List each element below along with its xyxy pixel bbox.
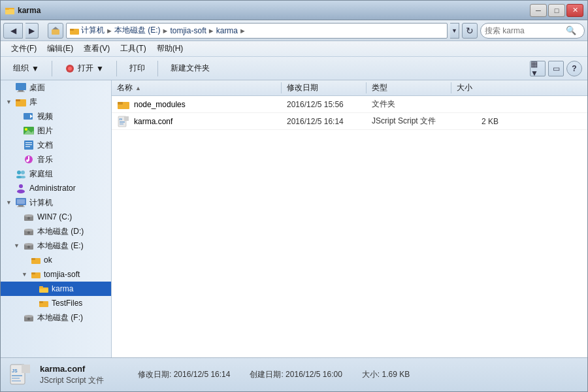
preview-pane-button[interactable]: ▭	[548, 61, 564, 76]
svg-point-55	[24, 315, 33, 318]
svg-rect-53	[39, 301, 43, 303]
sidebar-item-administrator[interactable]: Administrator	[1, 181, 111, 195]
sidebar-item-d-drive[interactable]: 本地磁盘 (D:)	[1, 224, 111, 238]
up-button[interactable]	[48, 23, 63, 39]
menu-bar: 文件(F) 编辑(E) 查看(V) 工具(T) 帮助(H)	[1, 41, 587, 57]
path-drive-e[interactable]: 本地磁盘 (E:)	[114, 25, 161, 36]
svg-rect-10	[18, 90, 24, 91]
status-bar: JS karma.conf JScript Script 文件 修改日期: 20…	[1, 357, 587, 391]
svg-rect-35	[17, 206, 25, 207]
minimize-button[interactable]: ─	[530, 4, 547, 17]
col-header-date[interactable]: 修改日期	[282, 82, 367, 93]
sidebar-label-e-drive: 本地磁盘 (E:)	[37, 240, 84, 252]
menu-view[interactable]: 查看(V)	[78, 42, 115, 56]
file-col-name: node_modules	[112, 99, 282, 110]
address-path[interactable]: 计算机 ► 本地磁盘 (E:) ► tomjia-soft ► karma ►	[66, 23, 448, 39]
path-karma[interactable]: karma	[216, 26, 238, 35]
svg-rect-3	[52, 29, 59, 35]
sidebar-item-computer[interactable]: ▼ 计算机	[1, 195, 111, 210]
help-button[interactable]: ?	[566, 61, 582, 76]
sidebar-item-ok[interactable]: ok	[1, 253, 111, 267]
window-controls: ─ □ ✕	[530, 4, 583, 17]
title-bar: karma ─ □ ✕	[1, 1, 587, 20]
organize-label: 组织	[13, 63, 29, 74]
col-header-size[interactable]: 大小	[451, 82, 504, 93]
file-type: JScript Script 文件	[367, 116, 451, 127]
search-input[interactable]	[485, 26, 563, 35]
svg-rect-9	[16, 83, 26, 90]
node-modules-folder-icon	[117, 99, 130, 110]
svg-rect-48	[31, 272, 35, 274]
window-title: karma	[18, 6, 41, 15]
view-dropdown-button[interactable]: ▦ ▼	[530, 61, 546, 76]
path-tomjia[interactable]: tomjia-soft	[170, 26, 206, 35]
address-dropdown[interactable]: ▼	[450, 23, 459, 39]
file-type: 文件夹	[367, 99, 451, 110]
title-icon	[5, 5, 15, 16]
svg-point-8	[68, 67, 72, 71]
toolbar-right: ▦ ▼ ▭ ?	[530, 61, 582, 76]
svg-point-25	[26, 159, 29, 162]
svg-rect-2	[5, 8, 9, 10]
sidebar-item-music[interactable]: 音乐	[1, 152, 111, 167]
menu-file[interactable]: 文件(F)	[6, 42, 42, 56]
table-row[interactable]: JS karma.conf 2016/12/5 16:14 JScript Sc…	[112, 113, 587, 130]
status-details: 修改日期: 2016/12/5 16:14 创建日期: 2016/12/5 16…	[138, 369, 410, 380]
close-button[interactable]: ✕	[566, 4, 583, 17]
music-icon	[23, 154, 35, 165]
svg-point-37	[24, 214, 33, 217]
menu-help[interactable]: 帮助(H)	[152, 42, 189, 56]
svg-point-41	[27, 231, 30, 234]
svg-point-29	[20, 176, 25, 178]
sidebar-item-karma[interactable]: karma	[1, 282, 111, 296]
svg-rect-20	[25, 142, 32, 143]
menu-edit[interactable]: 编辑(E)	[42, 42, 78, 56]
karma-folder-open-icon	[39, 284, 49, 293]
toolbar-separator-2	[116, 61, 117, 76]
search-box[interactable]: 🔍	[480, 23, 585, 39]
back-button[interactable]: ◀	[3, 23, 23, 39]
svg-rect-63	[120, 123, 123, 125]
status-info: karma.conf JScript Script 文件	[40, 364, 104, 386]
svg-point-26	[17, 171, 21, 174]
file-date: 2016/12/5 16:14	[282, 117, 367, 126]
sort-arrow-icon: ▲	[135, 85, 141, 91]
sidebar-item-video[interactable]: 视频	[1, 109, 111, 123]
svg-point-17	[25, 128, 27, 131]
svg-point-30	[19, 184, 23, 188]
address-bar-area: ◀ ▶ 计算机 ► 本地磁盘 (E:) ► tomjia-soft ► karm…	[1, 20, 587, 41]
sidebar-item-tomjia[interactable]: ▼ tomjia-soft	[1, 267, 111, 282]
new-folder-button[interactable]: 新建文件夹	[163, 59, 217, 78]
sidebar-item-docs[interactable]: 文档	[1, 138, 111, 152]
path-computer[interactable]: 计算机	[81, 25, 105, 36]
sidebar-item-c-drive[interactable]: WIN7 (C:)	[1, 210, 111, 224]
maximize-button[interactable]: □	[548, 4, 565, 17]
sidebar-item-images[interactable]: 图片	[1, 123, 111, 138]
col-header-type[interactable]: 类型	[367, 82, 451, 93]
open-button[interactable]: 打开 ▼	[57, 59, 111, 78]
docs-icon	[23, 140, 35, 150]
sidebar-label-docs: 文档	[37, 140, 53, 151]
toolbar-separator-3	[157, 61, 158, 76]
refresh-button[interactable]: ↻	[462, 23, 478, 39]
sidebar-item-homegroup[interactable]: 家庭组	[1, 167, 111, 181]
sidebar-item-testfiles[interactable]: TestFiles	[1, 296, 111, 310]
sidebar-item-e-drive[interactable]: ▼ 本地磁盘 (E:)	[1, 238, 111, 253]
sidebar-label-library: 库	[29, 97, 37, 108]
sidebar-item-f-drive[interactable]: 本地磁盘 (F:)	[1, 310, 111, 325]
col-header-name[interactable]: 名称 ▲	[112, 82, 282, 93]
sidebar-item-desktop[interactable]: 桌面	[1, 80, 111, 95]
svg-point-44	[27, 246, 30, 248]
open-label: 打开	[78, 63, 93, 74]
sidebar-item-library[interactable]: ▼ 库	[1, 95, 111, 109]
svg-rect-51	[39, 287, 48, 289]
menu-tools[interactable]: 工具(T)	[115, 42, 151, 56]
new-folder-label: 新建文件夹	[171, 63, 210, 74]
e-drive-icon	[23, 240, 35, 251]
forward-button[interactable]: ▶	[25, 23, 39, 39]
organize-button[interactable]: 组织 ▼	[6, 59, 46, 78]
table-row[interactable]: node_modules 2016/12/5 15:56 文件夹	[112, 96, 587, 113]
svg-rect-22	[25, 146, 30, 147]
print-button[interactable]: 打印	[122, 59, 152, 78]
svg-rect-71	[12, 380, 21, 382]
